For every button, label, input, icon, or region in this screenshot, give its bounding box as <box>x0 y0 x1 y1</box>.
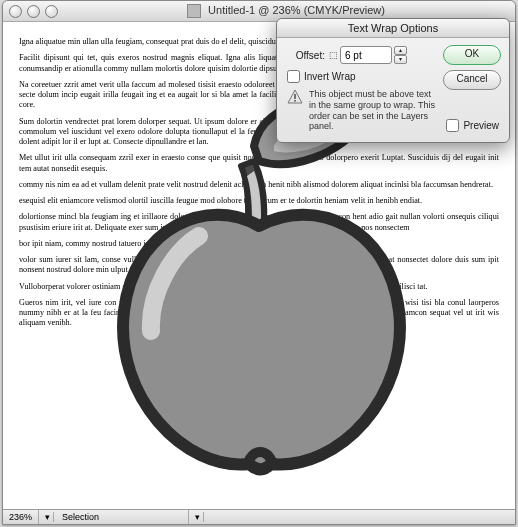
invert-wrap-input[interactable] <box>287 70 300 83</box>
text-wrap-options-dialog: Text Wrap Options Offset: ⬚ ▴ ▾ Invert W… <box>276 18 510 143</box>
document-proxy-icon[interactable] <box>187 4 201 18</box>
offset-label: Offset: <box>287 50 325 61</box>
ok-button[interactable]: OK <box>443 45 501 65</box>
status-bar: 236% ▾ Selection ▾ <box>3 509 515 524</box>
tool-menu-icon[interactable]: ▾ <box>191 512 204 522</box>
offset-input[interactable] <box>340 46 392 64</box>
zoom-window-button[interactable] <box>45 5 58 18</box>
stepper-up-icon[interactable]: ▴ <box>394 46 407 55</box>
warning-message: This object must be above text in the sa… <box>287 89 437 132</box>
window-title-text: Untitled-1 @ 236% (CMYK/Preview) <box>208 4 385 16</box>
preview-checkbox[interactable]: Preview <box>446 119 499 132</box>
svg-rect-1 <box>294 100 296 102</box>
preview-input[interactable] <box>446 119 459 132</box>
invert-wrap-label: Invert Wrap <box>304 71 356 82</box>
offset-stepper[interactable]: ⬚ ▴ ▾ <box>329 46 407 64</box>
dialog-title: Text Wrap Options <box>277 19 509 38</box>
current-tool[interactable]: Selection <box>56 510 189 524</box>
minimize-window-button[interactable] <box>27 5 40 18</box>
link-icon[interactable]: ⬚ <box>329 50 338 60</box>
warning-icon <box>287 89 303 105</box>
stepper-down-icon[interactable]: ▾ <box>394 55 407 64</box>
warning-text: This object must be above text in the sa… <box>309 89 437 132</box>
zoom-stepper-icon[interactable]: ▾ <box>41 512 54 522</box>
cancel-button[interactable]: Cancel <box>443 70 501 90</box>
window-title: Untitled-1 @ 236% (CMYK/Preview) <box>63 4 509 18</box>
close-window-button[interactable] <box>9 5 22 18</box>
preview-label: Preview <box>463 120 499 131</box>
svg-rect-0 <box>294 94 296 99</box>
zoom-level[interactable]: 236% <box>3 510 39 524</box>
